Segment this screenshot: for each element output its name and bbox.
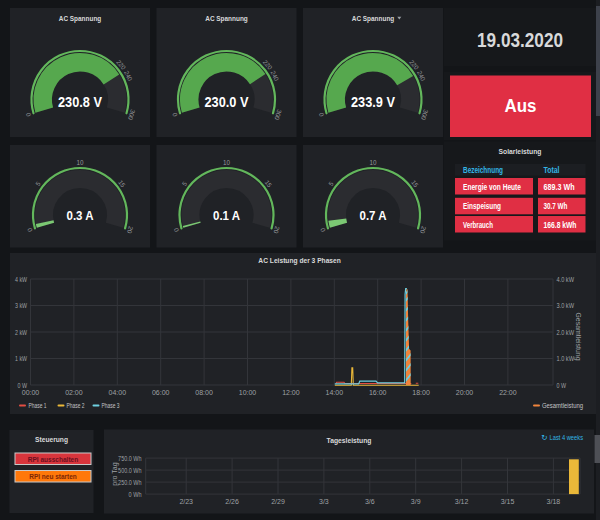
svg-text:RPI neu starten: RPI neu starten (29, 472, 77, 481)
svg-text:3/6: 3/6 (365, 498, 375, 505)
svg-text:Tagesleistung: Tagesleistung (327, 436, 372, 445)
svg-text:2.0 kW: 2.0 kW (557, 329, 575, 336)
svg-text:AC Spannung: AC Spannung (352, 14, 395, 23)
svg-text:Phase 1: Phase 1 (29, 402, 47, 409)
svg-text:12:00: 12:00 (282, 389, 300, 396)
svg-text:Energie von Heute: Energie von Heute (463, 182, 521, 192)
svg-text:AC Spannung: AC Spannung (205, 14, 248, 23)
svg-text:30.7 Wh: 30.7 Wh (544, 201, 568, 211)
svg-text:4.0 kW: 4.0 kW (557, 276, 575, 283)
svg-text:Verbrauch: Verbrauch (463, 220, 493, 230)
svg-text:0 W: 0 W (557, 382, 567, 389)
svg-text:pro Tag: pro Tag (111, 462, 119, 485)
svg-text:10:00: 10:00 (239, 389, 257, 396)
svg-text:↻: ↻ (541, 433, 547, 442)
svg-text:Einspeisung: Einspeisung (463, 201, 501, 211)
svg-text:3/9: 3/9 (411, 498, 421, 505)
svg-text:10: 10 (76, 159, 84, 166)
svg-text:750.0 Wh: 750.0 Wh (118, 455, 141, 462)
svg-text:0 Wh: 0 Wh (129, 491, 142, 498)
svg-text:0 W: 0 W (18, 382, 28, 389)
svg-text:19.03.2020: 19.03.2020 (477, 29, 563, 51)
svg-text:3/18: 3/18 (547, 498, 561, 505)
svg-text:2/26: 2/26 (225, 498, 239, 505)
svg-text:250.0 Wh: 250.0 Wh (118, 479, 141, 486)
svg-text:Aus: Aus (505, 96, 537, 116)
svg-text:Phase 3: Phase 3 (102, 402, 120, 409)
svg-text:10: 10 (369, 159, 377, 166)
svg-text:Gesamtleistung: Gesamtleistung (574, 313, 582, 361)
svg-text:0.7 A: 0.7 A (360, 208, 388, 223)
svg-text:Total: Total (544, 165, 560, 175)
svg-text:AC Spannung: AC Spannung (59, 14, 102, 23)
svg-text:14:00: 14:00 (326, 389, 344, 396)
svg-text:2 kW: 2 kW (15, 329, 27, 336)
svg-text:Phase 2: Phase 2 (67, 402, 85, 409)
svg-text:RPI ausschalten: RPI ausschalten (28, 455, 79, 464)
svg-text:3 kW: 3 kW (15, 302, 27, 309)
svg-text:22:00: 22:00 (499, 389, 517, 396)
svg-text:2/23: 2/23 (179, 498, 193, 505)
svg-text:233.9 V: 233.9 V (351, 95, 396, 110)
svg-text:1.0 kW: 1.0 kW (557, 355, 575, 362)
svg-text:Steuerung: Steuerung (35, 435, 68, 444)
svg-text:3/12: 3/12 (455, 498, 469, 505)
svg-text:3.0 kW: 3.0 kW (557, 302, 575, 309)
svg-text:500.0 Wh: 500.0 Wh (118, 467, 141, 474)
svg-text:16:00: 16:00 (369, 389, 387, 396)
svg-text:Gesamtleistung: Gesamtleistung (542, 402, 583, 410)
svg-text:230.0 V: 230.0 V (205, 95, 250, 110)
svg-text:Solarleistung: Solarleistung (499, 147, 542, 156)
svg-text:10: 10 (223, 159, 231, 166)
svg-text:AC Leistung der 3 Phasen: AC Leistung der 3 Phasen (258, 256, 341, 265)
svg-text:3/15: 3/15 (501, 498, 515, 505)
svg-text:166.8 kWh: 166.8 kWh (544, 220, 577, 230)
svg-text:08:00: 08:00 (195, 389, 213, 396)
svg-text:689.3 Wh: 689.3 Wh (544, 182, 575, 192)
svg-text:18:00: 18:00 (412, 389, 430, 396)
svg-text:1 kW: 1 kW (15, 355, 27, 362)
svg-text:Last 4 weeks: Last 4 weeks (550, 434, 584, 441)
svg-text:3/3: 3/3 (319, 498, 329, 505)
svg-text:04:00: 04:00 (109, 389, 127, 396)
svg-text:0.1 A: 0.1 A (213, 208, 241, 223)
svg-text:00:00: 00:00 (22, 389, 40, 396)
svg-text:2/29: 2/29 (271, 498, 285, 505)
svg-text:20:00: 20:00 (456, 389, 474, 396)
svg-text:230.8 V: 230.8 V (58, 95, 103, 110)
svg-text:02:00: 02:00 (65, 389, 83, 396)
svg-text:0.3 A: 0.3 A (67, 208, 95, 223)
svg-text:4 kW: 4 kW (15, 276, 27, 283)
svg-text:Bezeichnung: Bezeichnung (463, 165, 503, 175)
svg-text:06:00: 06:00 (152, 389, 170, 396)
